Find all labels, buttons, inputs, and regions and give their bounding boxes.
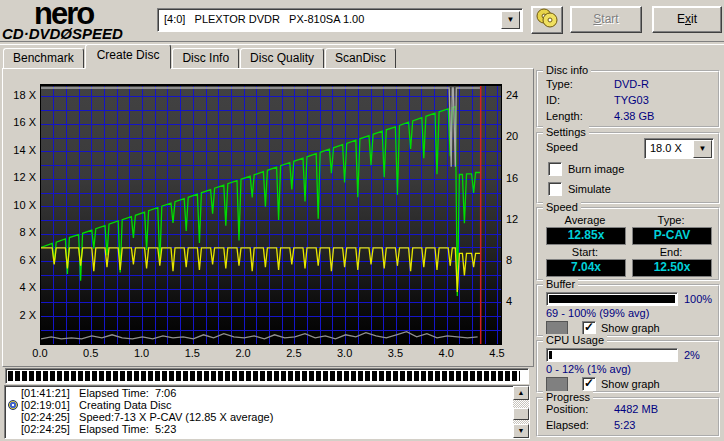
progress-group: Progress Position: 4482 MB Elapsed: 5:23 [536,397,720,437]
drive-select-arrow[interactable]: ▼ [501,11,520,29]
disc-tool-button[interactable] [531,6,563,34]
log-scrollbar[interactable]: ▲ ▼ [513,386,529,438]
tab-benchmark[interactable]: Benchmark [3,48,84,69]
type-label: Type: [632,214,710,226]
tab-strip: Benchmark Create Disc Disc Info Disc Qua… [3,47,397,69]
burn-image-checkbox[interactable]: ✓ [548,162,562,176]
right-axis-tick: 4 [506,295,526,307]
scroll-up-icon[interactable]: ▲ [513,386,529,400]
right-axis-tick: 8 [506,254,526,266]
cpu-bar-fill [549,351,552,359]
log-message: Creating Data Disc [79,399,171,411]
elapsed-label: Elapsed: [546,419,589,431]
buffer-show-graph-label: Show graph [601,322,660,334]
start-button[interactable]: Start [570,6,642,33]
transfer-rate-chart [40,85,502,345]
disc-length-value: 4.38 GB [614,110,654,122]
elapsed-value: 5:23 [614,419,635,431]
left-axis-tick: 8 X [2,226,36,238]
x-axis-tick: 1.5 [180,347,204,359]
right-axis-tick: 16 [506,172,526,184]
exit-button[interactable]: Exit [652,6,722,33]
logo-cddvd-text: CD·DVD [2,25,60,42]
end-label: End: [632,246,710,258]
right-axis-tick: 12 [506,213,526,225]
tab-scandisc[interactable]: ScanDisc [325,48,396,69]
buffer-show-graph-checkbox[interactable]: ✓ [582,321,596,335]
write-progress-fill [8,371,520,381]
cpu-range: 0 - 12% (1% avg) [546,363,631,375]
progress-title: Progress [543,391,593,403]
cpu-graph-color-swatch [546,377,568,392]
start-label: Start: [546,246,624,258]
write-type-display: P-CAV [632,227,712,245]
disc-type-value: DVD-R [614,78,649,90]
log-message: Elapsed Time: 5:23 [79,423,176,435]
buffer-bar [546,292,678,306]
average-label: Average [546,214,624,226]
tab-create-disc[interactable]: Create Disc [85,44,172,69]
log-timestamp: [01:41:21] [21,387,79,399]
left-axis-tick: 2 X [2,309,36,321]
speed-select-value: 18.0 X [650,142,682,154]
position-value: 4482 MB [614,403,658,415]
buffer-bar-fill [549,295,675,303]
disc-id-label: ID: [546,94,560,106]
log-timestamp: [02:19:01] [21,399,79,411]
disc-status-icon [8,400,18,410]
buffer-percent: 100% [684,293,712,305]
nero-cd-dvd-speed-window: { "header": { "logo": {"line1": "nero", … [0,0,724,441]
buffer-range: 69 - 100% (99% avg) [546,307,649,319]
cpu-percent: 2% [684,349,700,361]
log-message: Elapsed Time: 7:06 [79,387,176,399]
scroll-down-icon[interactable]: ▼ [513,424,529,438]
left-axis-tick: 4 X [2,281,36,293]
average-speed-display: 12.85x [546,227,626,245]
cpu-show-graph-label: Show graph [601,378,660,390]
status-log: [01:41:21] Elapsed Time: 7:06[02:19:01] … [4,385,530,439]
right-axis-tick: 20 [506,130,526,142]
cd-dvd-speed-logo: CD·DVDØSPEED [2,25,123,42]
left-axis-tick: 12 X [2,171,36,183]
x-axis-tick: 0.5 [79,347,103,359]
logo-disc-glyph: Ø [60,25,72,42]
simulate-label: Simulate [568,183,611,195]
x-axis-tick: 3.5 [383,347,407,359]
logo-speed-text: SPEED [72,25,123,42]
settings-title: Settings [543,126,589,138]
speed-select-arrow[interactable]: ▼ [693,140,712,158]
log-line: [01:41:21] Elapsed Time: 7:06 [7,387,511,399]
disc-info-title: Disc info [543,64,591,76]
simulate-checkbox[interactable]: ✓ [548,182,562,196]
speed-setting-label: Speed [546,141,578,153]
x-axis-tick: 4.0 [434,347,458,359]
position-label: Position: [546,403,588,415]
left-axis-tick: 18 X [2,89,36,101]
left-axis-tick: 6 X [2,254,36,266]
speed-group-title: Speed [543,201,581,213]
log-timestamp: [02:24:25] [21,411,79,423]
log-scrollbar-thumb[interactable] [513,408,529,420]
cpu-show-graph-checkbox[interactable]: ✓ [582,377,596,391]
log-line: [02:19:01] Creating Data Disc [7,399,511,411]
write-progress-bar [5,368,529,384]
x-axis-tick: 4.5 [485,347,509,359]
tab-disc-info[interactable]: Disc Info [172,48,239,69]
left-axis-tick: 14 X [2,144,36,156]
nero-logo: nero [34,0,93,28]
speed-select[interactable]: 18.0 X ▼ [644,138,714,159]
left-axis-tick: 16 X [2,116,36,128]
tab-disc-quality[interactable]: Disc Quality [240,48,324,69]
drive-select[interactable]: [4:0] PLEXTOR DVDR PX-810SA 1.00 ▼ [157,8,523,32]
x-axis-tick: 1.0 [130,347,154,359]
end-speed-display: 12.50x [632,259,712,277]
disc-id-value: TYG03 [614,94,649,106]
log-line: [02:24:25] Speed:7-13 X P-CAV (12.85 X a… [7,411,511,423]
x-axis-tick: 0.0 [28,347,52,359]
chart-plot-svg [41,86,501,344]
cpu-usage-group: CPU Usage 2% 0 - 12% (1% avg) ✓ Show gra… [536,340,720,393]
x-axis-tick: 2.5 [282,347,306,359]
x-axis-tick: 3.0 [333,347,357,359]
speed-group: Speed Average Type: 12.85x P-CAV Start: … [536,207,720,281]
settings-group: Settings Speed 18.0 X ▼ ✓ Burn image ✓ S… [536,132,720,204]
